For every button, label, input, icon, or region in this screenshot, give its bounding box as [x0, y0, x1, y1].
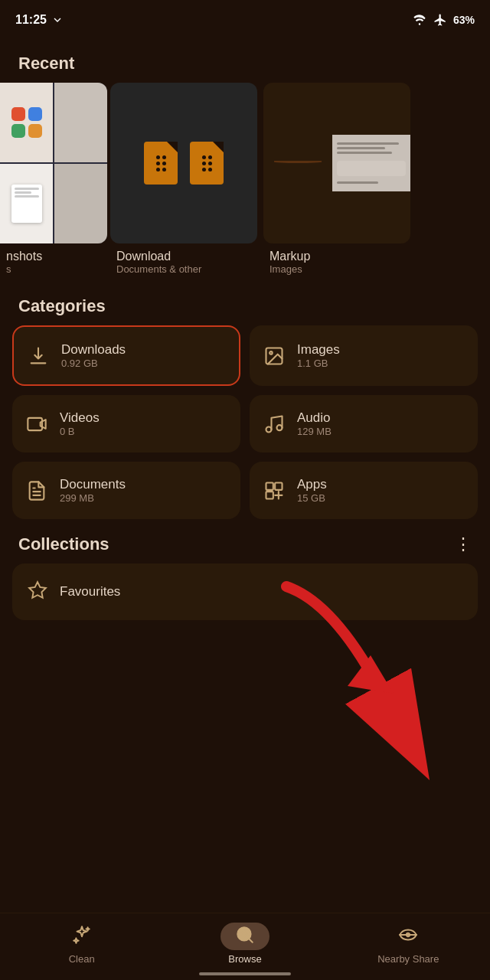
recent-item-download[interactable]: Download Documents & other — [107, 83, 260, 275]
download-sublabel: Documents & other — [110, 263, 201, 275]
categories-header: Categories — [0, 287, 490, 325]
clean-icon — [72, 925, 92, 948]
category-images[interactable]: Images 1.1 GB — [250, 325, 478, 386]
arrow-area — [12, 632, 478, 648]
audio-size: 129 MB — [297, 426, 332, 437]
nearby-share-label: Nearby Share — [377, 953, 439, 965]
svg-rect-10 — [266, 492, 273, 498]
category-documents[interactable]: Documents 299 MB — [12, 462, 240, 519]
clean-label: Clean — [69, 953, 95, 965]
dropdown-icon — [51, 14, 64, 26]
audio-icon — [262, 412, 286, 436]
images-icon — [262, 344, 286, 368]
documents-name: Documents — [60, 477, 126, 492]
red-arrow — [271, 586, 439, 709]
collections-more-button[interactable]: ⋮ — [455, 534, 472, 554]
clean-icon-wrap — [57, 923, 106, 950]
svg-point-15 — [242, 932, 247, 937]
status-icons: 63% — [412, 13, 475, 27]
wifi-icon — [412, 14, 427, 26]
documents-icon — [24, 479, 49, 503]
images-size: 1.1 GB — [297, 358, 340, 369]
apps-icon — [262, 479, 286, 503]
screenshots-sublabel: s — [0, 263, 11, 275]
main-content: Recent — [0, 37, 490, 740]
category-audio[interactable]: Audio 129 MB — [250, 395, 478, 452]
svg-marker-3 — [41, 420, 46, 429]
svg-line-16 — [249, 939, 253, 942]
nearby-icon-wrap — [384, 923, 433, 950]
recent-header: Recent — [0, 44, 490, 83]
nav-browse[interactable]: Browse — [163, 923, 326, 965]
videos-icon — [24, 412, 49, 436]
markup-label: Markup — [263, 250, 310, 263]
download-label: Download — [110, 250, 171, 263]
downloads-name: Downloads — [61, 342, 126, 358]
nearby-share-icon — [398, 925, 418, 948]
audio-name: Audio — [297, 410, 332, 426]
svg-point-1 — [270, 351, 273, 354]
nav-clean[interactable]: Clean — [0, 923, 163, 965]
category-downloads[interactable]: Downloads 0.92 GB — [12, 325, 240, 386]
airplane-icon — [433, 13, 447, 27]
screenshots-label: nshots — [0, 250, 42, 263]
time-display: 11:25 — [15, 13, 47, 27]
images-name: Images — [297, 342, 340, 358]
home-indicator — [199, 972, 291, 975]
battery-display: 63% — [453, 14, 475, 26]
svg-point-5 — [277, 425, 283, 430]
apps-size: 15 GB — [297, 492, 327, 504]
category-videos[interactable]: Videos 0 B — [12, 395, 240, 452]
videos-size: 0 B — [60, 426, 100, 437]
category-apps[interactable]: Apps 15 GB — [250, 462, 478, 519]
categories-grid: Downloads 0.92 GB Images 1.1 GB — [0, 325, 490, 519]
documents-size: 299 MB — [60, 492, 126, 504]
nav-nearby-share[interactable]: Nearby Share — [327, 923, 490, 965]
browse-label: Browse — [228, 953, 261, 965]
downloads-icon — [26, 344, 51, 368]
collections-title: Collections — [18, 534, 109, 554]
recent-row: nshots s — [0, 83, 490, 287]
bottom-nav: Clean Browse — [0, 913, 490, 980]
collections-header: Collections ⋮ — [0, 519, 490, 564]
status-time: 11:25 — [15, 13, 64, 27]
svg-rect-9 — [275, 482, 282, 489]
browse-icon — [235, 925, 255, 948]
downloads-size: 0.92 GB — [61, 358, 126, 369]
favourites-icon — [28, 580, 47, 603]
recent-item-screenshots[interactable]: nshots s — [0, 83, 107, 275]
favourites-label: Favourites — [60, 584, 120, 599]
svg-marker-11 — [29, 582, 46, 598]
recent-item-markup[interactable]: Markup Images — [260, 83, 413, 275]
markup-sublabel: Images — [263, 263, 302, 275]
svg-rect-8 — [266, 482, 273, 489]
apps-name: Apps — [297, 477, 327, 492]
svg-marker-13 — [348, 655, 394, 694]
svg-point-4 — [266, 426, 272, 432]
status-bar: 11:25 63% — [0, 0, 490, 37]
browse-icon-wrap — [220, 923, 270, 950]
videos-name: Videos — [60, 410, 100, 426]
